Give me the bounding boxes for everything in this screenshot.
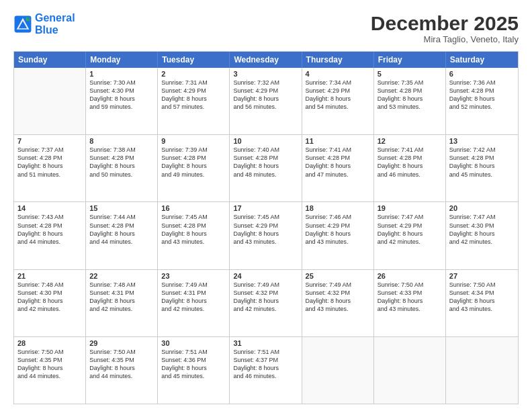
day-info: Sunrise: 7:48 AM Sunset: 4:30 PM Dayligh… xyxy=(17,281,82,314)
day-info: Sunrise: 7:46 AM Sunset: 4:29 PM Dayligh… xyxy=(306,213,370,246)
calendar-cell-4: 4Sunrise: 7:34 AM Sunset: 4:29 PM Daylig… xyxy=(302,68,374,134)
logo-line2: Blue xyxy=(35,24,58,36)
day-info: Sunrise: 7:50 AM Sunset: 4:33 PM Dayligh… xyxy=(378,281,442,314)
calendar-cell-14: 14Sunrise: 7:43 AM Sunset: 4:28 PM Dayli… xyxy=(14,202,86,269)
header-day-sunday: Sunday xyxy=(14,52,86,68)
title-block: December 2025 Mira Taglio, Veneto, Italy xyxy=(371,12,519,44)
day-number: 23 xyxy=(161,272,226,280)
day-number: 17 xyxy=(233,204,298,212)
calendar-cell-2: 2Sunrise: 7:31 AM Sunset: 4:29 PM Daylig… xyxy=(158,68,230,134)
day-number: 6 xyxy=(449,70,515,78)
calendar-cell-26: 26Sunrise: 7:50 AM Sunset: 4:33 PM Dayli… xyxy=(374,270,446,336)
day-number: 26 xyxy=(378,272,442,280)
calendar-cell-20: 20Sunrise: 7:47 AM Sunset: 4:30 PM Dayli… xyxy=(446,202,518,269)
calendar-cell-22: 22Sunrise: 7:48 AM Sunset: 4:31 PM Dayli… xyxy=(86,270,158,336)
calendar-cell-31: 31Sunrise: 7:51 AM Sunset: 4:37 PM Dayli… xyxy=(230,337,302,404)
calendar-cell-13: 13Sunrise: 7:42 AM Sunset: 4:28 PM Dayli… xyxy=(446,135,518,201)
calendar-cell-5: 5Sunrise: 7:35 AM Sunset: 4:28 PM Daylig… xyxy=(374,68,446,134)
calendar-row-0: 1Sunrise: 7:30 AM Sunset: 4:30 PM Daylig… xyxy=(14,68,518,134)
day-number: 2 xyxy=(161,70,226,78)
day-number: 8 xyxy=(89,137,154,145)
calendar-header: SundayMondayTuesdayWednesdayThursdayFrid… xyxy=(14,52,518,68)
logo: General Blue xyxy=(13,12,75,36)
day-info: Sunrise: 7:35 AM Sunset: 4:28 PM Dayligh… xyxy=(378,79,442,111)
logo-line1: General xyxy=(35,12,75,24)
calendar-cell-8: 8Sunrise: 7:38 AM Sunset: 4:28 PM Daylig… xyxy=(86,135,158,201)
day-info: Sunrise: 7:41 AM Sunset: 4:28 PM Dayligh… xyxy=(306,146,370,179)
day-info: Sunrise: 7:50 AM Sunset: 4:35 PM Dayligh… xyxy=(89,348,154,381)
calendar-cell-7: 7Sunrise: 7:37 AM Sunset: 4:28 PM Daylig… xyxy=(14,135,86,201)
calendar-cell-9: 9Sunrise: 7:39 AM Sunset: 4:28 PM Daylig… xyxy=(158,135,230,201)
day-number: 20 xyxy=(449,204,515,212)
day-info: Sunrise: 7:30 AM Sunset: 4:30 PM Dayligh… xyxy=(89,79,154,111)
day-info: Sunrise: 7:41 AM Sunset: 4:28 PM Dayligh… xyxy=(378,146,442,179)
day-number: 13 xyxy=(449,137,515,145)
day-info: Sunrise: 7:43 AM Sunset: 4:28 PM Dayligh… xyxy=(17,213,82,246)
day-number: 4 xyxy=(306,70,370,78)
calendar: SundayMondayTuesdayWednesdayThursdayFrid… xyxy=(13,51,519,404)
day-number: 29 xyxy=(89,339,154,347)
calendar-cell-15: 15Sunrise: 7:44 AM Sunset: 4:28 PM Dayli… xyxy=(86,202,158,269)
header-day-friday: Friday xyxy=(374,52,446,68)
location: Mira Taglio, Veneto, Italy xyxy=(371,34,519,44)
calendar-cell-27: 27Sunrise: 7:50 AM Sunset: 4:34 PM Dayli… xyxy=(446,270,518,336)
day-info: Sunrise: 7:39 AM Sunset: 4:28 PM Dayligh… xyxy=(161,146,226,179)
day-number: 27 xyxy=(449,272,515,280)
day-info: Sunrise: 7:49 AM Sunset: 4:31 PM Dayligh… xyxy=(161,281,226,314)
day-number: 15 xyxy=(89,204,154,212)
day-number: 14 xyxy=(17,204,82,212)
day-number: 24 xyxy=(233,272,298,280)
day-info: Sunrise: 7:44 AM Sunset: 4:28 PM Dayligh… xyxy=(89,213,154,246)
calendar-cell-21: 21Sunrise: 7:48 AM Sunset: 4:30 PM Dayli… xyxy=(14,270,86,336)
day-info: Sunrise: 7:45 AM Sunset: 4:28 PM Dayligh… xyxy=(161,213,226,246)
day-number: 18 xyxy=(306,204,370,212)
day-number: 7 xyxy=(17,137,82,145)
day-info: Sunrise: 7:50 AM Sunset: 4:35 PM Dayligh… xyxy=(17,348,82,381)
day-number: 16 xyxy=(161,204,226,212)
calendar-cell-empty-4-5 xyxy=(374,337,446,404)
day-info: Sunrise: 7:48 AM Sunset: 4:31 PM Dayligh… xyxy=(89,281,154,314)
day-number: 10 xyxy=(233,137,298,145)
day-number: 28 xyxy=(17,339,82,347)
day-number: 31 xyxy=(233,339,298,347)
header-day-monday: Monday xyxy=(86,52,158,68)
calendar-row-4: 28Sunrise: 7:50 AM Sunset: 4:35 PM Dayli… xyxy=(14,336,518,404)
logo-icon xyxy=(13,15,32,34)
calendar-cell-empty-0-0 xyxy=(14,68,86,134)
day-info: Sunrise: 7:31 AM Sunset: 4:29 PM Dayligh… xyxy=(161,79,226,111)
logo-text: General Blue xyxy=(35,12,75,36)
calendar-body: 1Sunrise: 7:30 AM Sunset: 4:30 PM Daylig… xyxy=(14,68,518,404)
day-info: Sunrise: 7:32 AM Sunset: 4:29 PM Dayligh… xyxy=(233,79,298,111)
calendar-cell-17: 17Sunrise: 7:45 AM Sunset: 4:29 PM Dayli… xyxy=(230,202,302,269)
calendar-cell-10: 10Sunrise: 7:40 AM Sunset: 4:28 PM Dayli… xyxy=(230,135,302,201)
day-info: Sunrise: 7:49 AM Sunset: 4:32 PM Dayligh… xyxy=(306,281,370,314)
day-number: 19 xyxy=(378,204,442,212)
header-day-tuesday: Tuesday xyxy=(158,52,230,68)
month-title: December 2025 xyxy=(371,12,519,34)
calendar-cell-empty-4-4 xyxy=(302,337,374,404)
day-number: 9 xyxy=(161,137,226,145)
day-number: 12 xyxy=(378,137,442,145)
day-number: 21 xyxy=(17,272,82,280)
day-info: Sunrise: 7:34 AM Sunset: 4:29 PM Dayligh… xyxy=(306,79,370,111)
calendar-row-1: 7Sunrise: 7:37 AM Sunset: 4:28 PM Daylig… xyxy=(14,134,518,201)
calendar-cell-30: 30Sunrise: 7:51 AM Sunset: 4:36 PM Dayli… xyxy=(158,337,230,404)
calendar-cell-3: 3Sunrise: 7:32 AM Sunset: 4:29 PM Daylig… xyxy=(230,68,302,134)
day-number: 3 xyxy=(233,70,298,78)
calendar-row-2: 14Sunrise: 7:43 AM Sunset: 4:28 PM Dayli… xyxy=(14,201,518,269)
calendar-cell-empty-4-6 xyxy=(446,337,518,404)
header-day-thursday: Thursday xyxy=(302,52,374,68)
header-day-wednesday: Wednesday xyxy=(230,52,302,68)
day-info: Sunrise: 7:49 AM Sunset: 4:32 PM Dayligh… xyxy=(233,281,298,314)
day-number: 1 xyxy=(89,70,154,78)
day-info: Sunrise: 7:37 AM Sunset: 4:28 PM Dayligh… xyxy=(17,146,82,179)
day-info: Sunrise: 7:40 AM Sunset: 4:28 PM Dayligh… xyxy=(233,146,298,179)
calendar-cell-23: 23Sunrise: 7:49 AM Sunset: 4:31 PM Dayli… xyxy=(158,270,230,336)
day-info: Sunrise: 7:36 AM Sunset: 4:28 PM Dayligh… xyxy=(449,79,515,111)
calendar-cell-16: 16Sunrise: 7:45 AM Sunset: 4:28 PM Dayli… xyxy=(158,202,230,269)
calendar-cell-25: 25Sunrise: 7:49 AM Sunset: 4:32 PM Dayli… xyxy=(302,270,374,336)
day-number: 25 xyxy=(306,272,370,280)
day-number: 30 xyxy=(161,339,226,347)
calendar-cell-19: 19Sunrise: 7:47 AM Sunset: 4:29 PM Dayli… xyxy=(374,202,446,269)
calendar-cell-18: 18Sunrise: 7:46 AM Sunset: 4:29 PM Dayli… xyxy=(302,202,374,269)
